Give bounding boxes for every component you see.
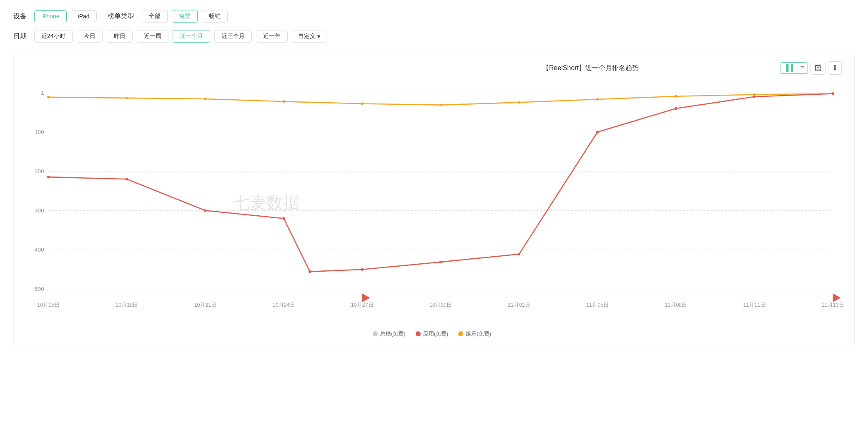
download-button[interactable]: ⬇ xyxy=(828,61,842,75)
svg-text:200: 200 xyxy=(35,168,44,174)
legend-total-free-dot xyxy=(373,331,378,336)
date-custom-button[interactable]: 自定义 ▾ xyxy=(292,30,326,43)
svg-point-27 xyxy=(361,102,364,105)
legend-entertainment-free-label: 娱乐(免费) xyxy=(466,330,491,338)
date-label: 日期 xyxy=(13,32,27,41)
device-filter-row: 设备 iPhone iPad 榜单类型 全部 免费 畅销 xyxy=(13,10,855,23)
legend-entertainment-free: 娱乐(免费) xyxy=(458,330,491,338)
svg-point-40 xyxy=(439,261,442,263)
svg-text:500: 500 xyxy=(35,286,44,292)
legend-total-free: 总榜(免费) xyxy=(373,330,406,338)
download-icon: ⬇ xyxy=(832,63,838,73)
svg-point-38 xyxy=(309,270,311,273)
svg-point-45 xyxy=(832,92,834,95)
svg-text:11月11日: 11月11日 xyxy=(743,302,766,308)
legend-app-free-label: 应用(免费) xyxy=(423,330,449,338)
svg-text:100: 100 xyxy=(35,129,44,135)
svg-point-41 xyxy=(518,253,520,255)
chart-wrapper: 七麦数据 1 100 200 300 400 500 xyxy=(18,80,846,325)
svg-point-36 xyxy=(204,209,206,212)
chart-legend: 总榜(免费) 应用(免费) 娱乐(免费) xyxy=(18,330,846,338)
legend-total-free-label: 总榜(免费) xyxy=(380,330,406,338)
svg-text:10月24日: 10月24日 xyxy=(273,302,295,308)
chart-type-free-button[interactable]: 免费 xyxy=(172,10,198,23)
svg-point-37 xyxy=(282,217,285,220)
svg-text:11月02日: 11月02日 xyxy=(508,302,530,308)
date-today-button[interactable]: 今日 xyxy=(77,30,103,43)
date-3months-button[interactable]: 近三个月 xyxy=(214,30,252,43)
chart-type-all-button[interactable]: 全部 xyxy=(142,10,168,23)
main-container: 设备 iPhone iPad 榜单类型 全部 免费 畅销 日期 近24小时 今日… xyxy=(0,0,868,356)
svg-marker-46 xyxy=(362,293,370,302)
svg-point-39 xyxy=(361,268,364,271)
chevron-down-icon: ▾ xyxy=(317,33,320,40)
svg-point-30 xyxy=(596,98,599,101)
list-view-button[interactable]: ≡ xyxy=(797,63,808,73)
chart-header: 【ReelShort】近一个月排名趋势 ▐▐ ≡ 🖼 ⬇ xyxy=(18,61,846,75)
image-icon: 🖼 xyxy=(814,64,822,73)
svg-text:1: 1 xyxy=(41,90,44,96)
svg-marker-47 xyxy=(833,293,841,302)
chart-container: 【ReelShort】近一个月排名趋势 ▐▐ ≡ 🖼 ⬇ xyxy=(13,53,855,346)
svg-text:11月05日: 11月05日 xyxy=(586,302,609,308)
bar-chart-icon: ▐▐ xyxy=(784,64,793,72)
svg-text:10月15日: 10月15日 xyxy=(37,302,60,308)
legend-entertainment-free-dot xyxy=(458,331,463,336)
svg-point-31 xyxy=(675,95,677,98)
svg-point-43 xyxy=(675,107,677,110)
svg-text:10月21日: 10月21日 xyxy=(194,302,217,308)
svg-point-34 xyxy=(47,176,50,178)
svg-point-24 xyxy=(125,97,128,99)
svg-point-29 xyxy=(518,101,520,103)
device-iphone-button[interactable]: iPhone xyxy=(34,10,67,22)
bar-chart-button[interactable]: ▐▐ xyxy=(780,63,797,73)
list-icon: ≡ xyxy=(800,64,804,72)
date-yesterday-button[interactable]: 昨日 xyxy=(107,30,133,43)
legend-app-free: 应用(免费) xyxy=(416,330,449,338)
svg-point-23 xyxy=(47,96,50,98)
svg-text:400: 400 xyxy=(35,247,44,253)
device-ipad-button[interactable]: iPad xyxy=(71,10,97,22)
image-export-button[interactable]: 🖼 xyxy=(810,62,825,75)
svg-point-42 xyxy=(596,131,599,133)
date-week-button[interactable]: 近一周 xyxy=(137,30,168,43)
svg-point-28 xyxy=(439,103,442,106)
svg-point-35 xyxy=(125,178,128,180)
svg-point-44 xyxy=(753,96,755,98)
chart-type-label: 榜单类型 xyxy=(108,12,134,21)
svg-text:10月30日: 10月30日 xyxy=(429,302,452,308)
chart-title: 【ReelShort】近一个月排名趋势 xyxy=(401,64,780,73)
svg-point-25 xyxy=(204,98,206,100)
chart-actions: ▐▐ ≡ 🖼 ⬇ xyxy=(780,61,842,75)
svg-text:10月18日: 10月18日 xyxy=(115,302,138,308)
svg-text:11月08日: 11月08日 xyxy=(665,302,687,308)
svg-text:11月13日: 11月13日 xyxy=(822,302,844,308)
svg-text:10月27日: 10月27日 xyxy=(351,302,374,308)
trend-chart: 1 100 200 300 400 500 10月15日 10月18日 10月2… xyxy=(18,80,846,324)
date-filter-row: 日期 近24小时 今日 昨日 近一周 近一个月 近三个月 近一年 自定义 ▾ xyxy=(13,30,855,43)
svg-text:300: 300 xyxy=(35,207,44,214)
device-label: 设备 xyxy=(13,12,27,21)
date-month-button[interactable]: 近一个月 xyxy=(173,30,210,43)
chart-type-bestseller-button[interactable]: 畅销 xyxy=(202,10,228,23)
svg-point-26 xyxy=(282,100,285,103)
date-24h-button[interactable]: 近24小时 xyxy=(34,30,73,43)
date-year-button[interactable]: 近一年 xyxy=(256,30,288,43)
legend-app-free-dot xyxy=(416,331,421,336)
